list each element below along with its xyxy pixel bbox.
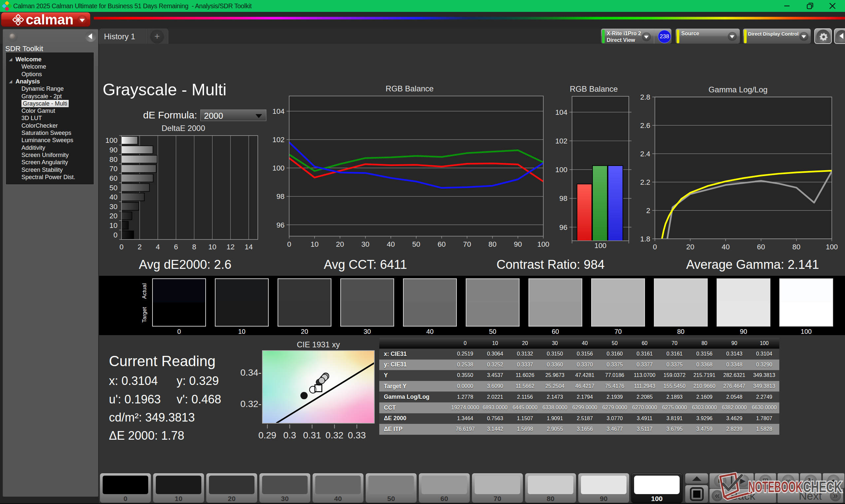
table-cell: 11.6026 <box>510 370 540 381</box>
restore-button[interactable] <box>800 0 820 12</box>
meter-dropdown[interactable]: X-Rite i1Pro 2 Direct View 238 <box>601 29 672 44</box>
add-tab-button[interactable]: + <box>147 29 168 44</box>
table-col-70: 70 <box>659 338 689 349</box>
tree-item-analysis[interactable]: Analysis <box>16 78 40 85</box>
rect-element <box>122 202 139 211</box>
text-element: 100 <box>105 136 118 144</box>
text-element: 2.4 <box>640 150 650 158</box>
tree-item-saturation-sweeps[interactable]: Saturation Sweeps <box>21 129 71 137</box>
table-cell: 3.6795 <box>659 424 689 435</box>
pattern-button-20[interactable]: 20 <box>206 473 258 503</box>
close-button[interactable] <box>823 0 842 12</box>
chart-deltae: DeltaE 200002468101214100908070605040302… <box>99 122 268 254</box>
text-element: 40 <box>110 193 118 201</box>
tree-item-additivity[interactable]: Additivity <box>21 144 45 151</box>
table-cell: 1.1507 <box>510 413 540 424</box>
pattern-swatch <box>156 475 201 494</box>
settings-button[interactable] <box>814 29 832 44</box>
table-row-y-cie31: y: CIE310.25380.32520.33370.33600.33700.… <box>379 360 779 371</box>
tree-item-dynamic-range[interactable]: Dynamic Range <box>21 85 64 92</box>
gear-icon <box>818 32 829 42</box>
table-cell: 2.1156 <box>510 392 540 402</box>
tree-item-spectral-power-dist-[interactable]: Spectral Power Dist. <box>21 174 75 181</box>
table-cell: 0.3337 <box>510 360 540 371</box>
display-control-dropdown[interactable]: Direct Display Control <box>743 29 811 44</box>
table-cell: 46.4217 <box>570 381 600 392</box>
tree-item-colorchecker[interactable]: ColorChecker <box>21 122 58 129</box>
pattern-button-40[interactable]: 40 <box>312 473 364 503</box>
g-element: NOTEBOOK CHECK <box>720 474 842 499</box>
tree-item-welcome[interactable]: Welcome <box>21 63 46 70</box>
rect-element <box>2 4 6 8</box>
table-cell: 6893.0000 <box>480 402 510 413</box>
minimize-button[interactable] <box>777 0 797 12</box>
swatch-actual <box>341 279 393 303</box>
calman-menu-button[interactable]: calman <box>1 12 90 27</box>
pattern-button-70[interactable]: 70 <box>472 473 523 503</box>
tree-item-screen-stability[interactable]: Screen Stability <box>21 166 63 174</box>
swatch-level-label: 20 <box>278 328 331 336</box>
chevron-down-icon <box>644 36 649 39</box>
meter-status-stripe <box>602 30 605 43</box>
swatch-10 <box>215 278 269 326</box>
tree-item-welcome[interactable]: Welcome <box>16 56 41 63</box>
chart-title: DeltaE 2000 <box>161 124 205 132</box>
close-icon <box>829 3 836 9</box>
tab-history-1[interactable]: History 1 <box>99 29 147 44</box>
pattern-button-80[interactable]: 80 <box>525 473 576 503</box>
rect-element <box>17 18 20 21</box>
collapse-panel-button[interactable] <box>834 29 845 44</box>
table-cell: 0.3375 <box>659 360 689 371</box>
pattern-button-60[interactable]: 60 <box>419 473 470 503</box>
chevron-down-icon <box>80 19 85 22</box>
tree-item-grayscale-2pt[interactable]: Grayscale - 2pt <box>21 93 62 100</box>
table-cell: 349.3813 <box>749 370 779 381</box>
table-header-row: 0102030405060708090100 <box>379 338 779 349</box>
rect-element <box>122 231 134 239</box>
pattern-scroll-up-button[interactable] <box>685 473 708 484</box>
text-element: 102 <box>272 136 284 144</box>
text-element: 60 <box>438 240 446 248</box>
pattern-button-0[interactable]: 0 <box>100 473 151 503</box>
table-cell: 6270.0000 <box>630 402 660 413</box>
tree-item-grayscale-multi[interactable]: Grayscale - Multi <box>21 100 69 107</box>
sidebar-collapse-button[interactable] <box>85 31 96 42</box>
pattern-button-10[interactable]: 10 <box>153 473 204 503</box>
text-element: 2.2 <box>640 178 650 186</box>
notebookcheck-watermark: NOTEBOOK CHECK <box>708 470 845 504</box>
pattern-button-50[interactable]: 50 <box>365 473 417 503</box>
table-cell: 0.2538 <box>450 360 480 371</box>
tree-item-options[interactable]: Options <box>21 71 42 78</box>
current-v: v': 0.468 <box>177 393 221 407</box>
rect-element <box>19 17 23 22</box>
table-cell: 276.4647 <box>719 381 749 392</box>
tree-item-3d-lut[interactable]: 3D LUT <box>21 114 42 122</box>
text-element: 30 <box>362 240 369 248</box>
swatch-actual <box>592 279 644 303</box>
tree-item-luminance-sweeps[interactable]: Luminance Sweeps <box>21 137 73 144</box>
table-cell: 215.7191 <box>689 370 720 381</box>
tree-item-color-gamut[interactable]: Color Gamut <box>21 107 55 114</box>
swatch-level-label: 70 <box>591 328 645 336</box>
tree-item-screen-uniformity[interactable]: Screen Uniformity <box>21 151 69 159</box>
de-formula-select[interactable]: 2000 <box>200 109 266 121</box>
current-x: x: 0.3104 <box>109 374 158 388</box>
text-element: 100 <box>272 164 284 172</box>
swatch-target <box>215 303 268 326</box>
table-cell: 2.5187 <box>570 413 600 424</box>
table-row-x-cie31: x: CIE310.25190.30640.31320.31500.31560.… <box>379 349 779 360</box>
pattern-button-30[interactable]: 30 <box>259 473 311 503</box>
text-element: 0.29 <box>259 430 277 440</box>
pattern-button-90[interactable]: 90 <box>578 473 630 503</box>
table-col-30: 30 <box>540 338 570 349</box>
chevron-left-icon <box>88 33 92 39</box>
title-bar: Calman 2025 Calman Ultimate for Business… <box>0 0 845 12</box>
pattern-button-100[interactable]: 100 <box>631 473 683 503</box>
pattern-window-button[interactable] <box>685 485 708 503</box>
tree-expand-icon[interactable]: ◢ <box>9 78 12 85</box>
tree-expand-icon[interactable]: ◢ <box>9 56 12 63</box>
tree-item-screen-angularity[interactable]: Screen Angularity <box>21 159 68 166</box>
text-element: 100 <box>826 243 838 251</box>
source-dropdown[interactable]: Source <box>675 29 740 44</box>
pattern-swatch <box>475 475 520 494</box>
